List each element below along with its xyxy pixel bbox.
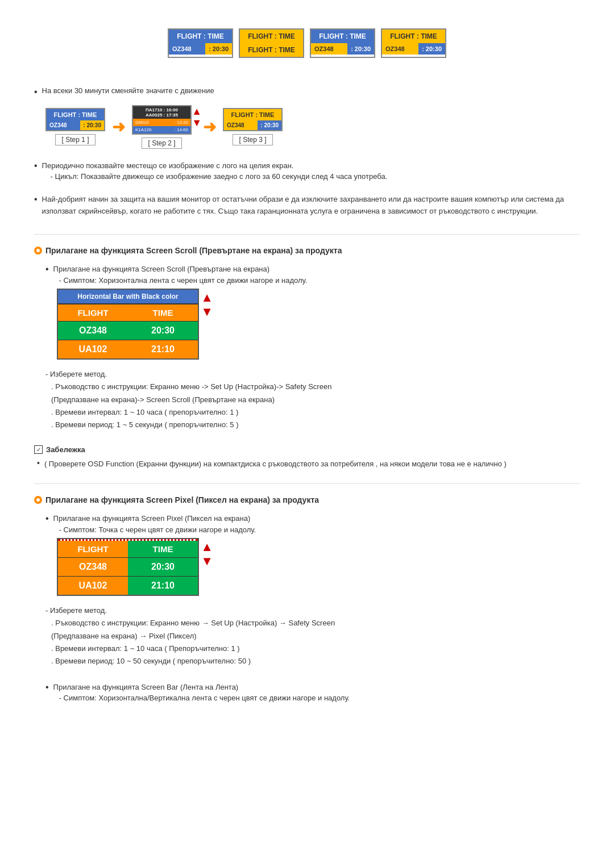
screen-bar-symptom: - Симптом: Хоризонтална/Вертикална лента… [59, 692, 350, 704]
step1-label: [ Step 1 ] [55, 134, 95, 145]
scroll-row3-col1: UA102 [58, 340, 128, 358]
scroll-instr4: . Времеви период: 1 ~ 5 секунди ( препор… [51, 419, 580, 431]
flight-card-4: FLIGHT : TIME OZ348 : 20:30 [381, 28, 446, 58]
flight-card-3: FLIGHT : TIME OZ348 : 20:30 [310, 28, 375, 58]
step3-container: FLIGHT : TIME OZ348 : 20:30 [ Step 3 ] [223, 108, 283, 145]
scroll-row1-col2: TIME [128, 304, 198, 321]
notes-section: ✓ Забележка • ( Проверете OSD Function (… [34, 445, 580, 470]
step1-container: FLIGHT : TIME OZ348 : 20:30 [ Step 1 ] [45, 108, 105, 145]
screen-pixel-bullet1: • Прилагане на функцията Screen Pixel (П… [45, 513, 580, 535]
card4-top: FLIGHT : TIME [382, 30, 445, 43]
orange-circle-icon-2 [34, 496, 42, 504]
pixel-arrow-down-icon: ▼ [201, 555, 213, 567]
card1-bot-right: : 20:30 [205, 43, 232, 55]
screen-pixel-heading-container: Прилагане на функцията Screen Pixel (Пик… [34, 495, 580, 504]
step2-card: ΠΑ1710 : 16:00ΑΑ0025 : 17:35 ΩΜΙ10: 13:2… [132, 105, 192, 135]
scroll-row2-col2: 20:30 [128, 322, 198, 340]
pixel-instr4: . Времеви период: 10 ~ 50 секунди ( преп… [51, 655, 580, 667]
pixel-row3-col2: 21:10 [128, 577, 198, 595]
step1-card: FLIGHT : TIME OZ348 : 20:30 [45, 108, 105, 131]
arrow-2: ➜ [203, 118, 216, 136]
section-bullet2: • Периодично показвайте местещо се изобр… [34, 160, 580, 182]
checkbox-icon: ✓ [34, 445, 43, 454]
scroll-row2-col1: OZ348 [58, 322, 128, 340]
bullet2-text: Периодично показвайте местещо се изображ… [42, 160, 388, 172]
pixel-instr2: (Предпазване на екрана) → Pixel (Пиксел) [51, 630, 580, 642]
bullet3-text: Най-добрият начин за защита на вашия мон… [42, 194, 580, 218]
card1-bot-left: OZ348 [169, 43, 205, 55]
scroll-symptom-text: - Симптом: Хоризонтална лента с черен цв… [59, 275, 308, 286]
pixel-arrow-up-icon: ▲ [201, 541, 213, 553]
notes-label: Забележка [46, 445, 85, 454]
orange-circle-icon [34, 247, 42, 254]
arrow-up-icon: ▲ [201, 291, 213, 304]
bullet1-text: На всеки 30 минути сменяйте значите с дв… [42, 86, 214, 95]
card4-bot-left: OZ348 [382, 43, 418, 55]
arrow-1: ➜ [112, 118, 125, 136]
pixel-bullet1-text: Прилагане на функцията Screen Pixel (Пик… [53, 513, 256, 524]
bullet-dot-bar: • [45, 682, 49, 694]
step2-label: [ Step 2 ] [142, 137, 181, 149]
scroll-instr3: . Времеви интервал: 1 ~ 10 часа ( препор… [51, 406, 580, 419]
notes-bullet: • [37, 458, 40, 468]
scroll-instructions: - Изберете метод. . Ръководство с инстру… [45, 368, 580, 431]
arrow-down-icon: ▼ [201, 306, 213, 318]
screen-scroll-heading-text: Прилагане на функцията Screen Scroll (Пр… [45, 246, 342, 255]
bullet-dot-pixel1: • [45, 513, 49, 535]
section-bullet1: • На всеки 30 минути сменяйте значите с … [34, 86, 580, 149]
pixel-row1-col1: FLIGHT [58, 541, 128, 557]
pixel-instructions: - Изберете метод. . Ръководство с инстру… [45, 604, 580, 667]
pixel-image-card: FLIGHT TIME OZ348 20:30 UA102 21:10 [57, 538, 199, 596]
card3-bot-left: OZ348 [311, 43, 347, 55]
scroll-row1-col1: FLIGHT [58, 304, 128, 321]
card1-top: FLIGHT : TIME [169, 30, 232, 43]
card3-bot-right: : 20:30 [347, 43, 374, 55]
card3-top: FLIGHT : TIME [311, 30, 374, 43]
pixel-instr3: . Времеви интервал: 1 ~ 10 часа ( Препор… [51, 642, 580, 655]
screen-bar-section: • Прилагане на функцията Screen Bar (Лен… [45, 682, 580, 704]
pixel-arrows: ▲ ▼ [201, 541, 213, 567]
card4-bot-right: : 20:30 [418, 43, 445, 55]
notes-text: ( Проверете OSD Function (Екранни функци… [44, 458, 507, 470]
bullet-dot-1: • [34, 86, 38, 98]
bullet2-subtext: - Цикъл: Показвайте движещо се изображен… [51, 171, 388, 182]
screen-bar-bullet1: Прилагане на функцията Screen Bar (Лента… [53, 682, 350, 693]
bullet-dot-3: • [34, 194, 38, 206]
steps-illustration: FLIGHT : TIME OZ348 : 20:30 [ Step 1 ] ➜… [45, 105, 580, 149]
pixel-row3-col1: UA102 [58, 577, 128, 595]
scroll-image-card: Horizontal Bar with Black color FLIGHT T… [57, 289, 199, 360]
scroll-instr1: . Ръководство с инструкции: Екранно меню… [51, 381, 580, 393]
card2-top: FLIGHT : TIME [240, 30, 303, 43]
pixel-row2-col1: OZ348 [58, 558, 128, 576]
scroll-select-method: - Изберете метод. [45, 368, 580, 381]
step3-card: FLIGHT : TIME OZ348 : 20:30 [223, 108, 283, 131]
screen-pixel-heading-text: Прилагане на функцията Screen Pixel (Пик… [45, 495, 319, 504]
scroll-arrows: ▲ ▼ [201, 291, 213, 318]
pixel-row1-col2: TIME [128, 541, 198, 557]
scroll-bullet1-text: Прилагане на функцията Screen Scroll (Пр… [53, 264, 308, 275]
scroll-instr2: (Предпазване на екрана)-> Screen Scroll … [51, 394, 580, 406]
step3-label: [ Step 3 ] [233, 134, 272, 145]
pixel-instr1: . Ръководство с инструкции: Екранно меню… [51, 617, 580, 629]
pixel-select-method: - Изберете метод. [45, 604, 580, 617]
scroll-table-header: Horizontal Bar with Black color [58, 290, 198, 304]
screen-scroll-bullet1: • Прилагане на функцията Screen Scroll (… [45, 264, 580, 286]
card2-bot: FLIGHT : TIME [240, 43, 303, 57]
screen-scroll-heading-container: Прилагане на функцията Screen Scroll (Пр… [34, 246, 580, 255]
step2-container: ΠΑ1710 : 16:00ΑΑ0025 : 17:35 ΩΜΙ10: 13:2… [132, 105, 192, 149]
flight-card-1: FLIGHT : TIME OZ348 : 20:30 [168, 28, 233, 58]
section-bullet3: • Най-добрият начин за защита на вашия м… [34, 194, 580, 218]
pixel-row2-col2: 20:30 [128, 558, 198, 576]
flight-card-2: FLIGHT : TIME FLIGHT : TIME [239, 28, 304, 58]
pixel-symptom-text: - Симптом: Точка с черен цвят се движи н… [59, 524, 256, 536]
bullet-dot-2: • [34, 160, 38, 172]
bullet-dot-scroll1: • [45, 264, 49, 286]
scroll-row3-col2: 21:10 [128, 340, 198, 358]
